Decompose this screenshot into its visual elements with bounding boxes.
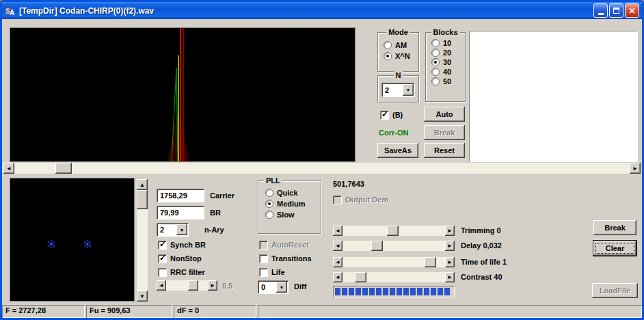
clear-button-label: Clear [606, 244, 625, 252]
radio-am-label: AM [395, 41, 407, 49]
slider-right-arrow[interactable]: ► [445, 241, 455, 251]
break-button[interactable]: Break [593, 220, 636, 235]
radio-pll-quick[interactable]: Quick [265, 189, 321, 197]
auto-button[interactable]: Auto [424, 107, 465, 122]
slider-thumb[interactable] [355, 272, 366, 282]
output-dem-label: Output Dem [345, 196, 388, 204]
radio-blocks-10[interactable]: 10 [431, 39, 465, 47]
output-dem-checkbox: Output Dem [333, 195, 388, 204]
slider-thumb[interactable] [425, 257, 436, 267]
radio-medium-circle [265, 200, 273, 208]
minimize-button[interactable] [593, 3, 608, 18]
close-icon: ✕ [628, 6, 635, 16]
radio-blocks-30[interactable]: 30 [431, 58, 465, 66]
nonstop-checkbox[interactable]: NonStop [158, 254, 202, 263]
radio-20-circle [431, 49, 440, 57]
br-input[interactable] [157, 206, 204, 219]
radio-am-circle [384, 41, 392, 49]
slider-left-arrow[interactable]: ◄ [157, 280, 166, 291]
rrc-rolloff-value: 0,5 [222, 282, 232, 290]
carrier-label: Carrier [210, 191, 234, 200]
radio-40-circle [431, 68, 440, 76]
slider-left-arrow[interactable]: ◄ [333, 226, 343, 236]
timeoflife-slider[interactable]: ◄ ► [333, 257, 455, 267]
pll-group-legend: PLL [264, 176, 282, 185]
reset-button-label: Reset [434, 146, 455, 155]
slider-thumb[interactable] [371, 241, 383, 251]
delay-label: Delay 0,032 [461, 241, 502, 250]
radio-medium-label: Medium [277, 200, 306, 208]
reset-button[interactable]: Reset [424, 143, 465, 158]
radio-10-label: 10 [443, 39, 451, 47]
nary-label: n-Ary [204, 226, 224, 234]
scroll-down-arrow[interactable]: ▼ [137, 291, 148, 302]
maximize-icon [613, 8, 619, 14]
dropdown-arrow-icon[interactable]: ▼ [403, 84, 414, 96]
radio-blocks-20[interactable]: 20 [431, 49, 465, 57]
synchbr-checkbox[interactable]: Synch BR [158, 240, 206, 250]
b-checkbox-box [380, 111, 389, 120]
status-bar: F = 2727,28 Fu = 909,63 dF = 0 [2, 305, 642, 318]
app-icon: S A [5, 5, 16, 16]
radio-20-label: 20 [443, 49, 451, 57]
scroll-left-arrow[interactable]: ◄ [3, 163, 14, 174]
radio-30-circle [431, 58, 440, 66]
svg-text:A: A [10, 9, 14, 16]
close-button[interactable]: ✕ [625, 3, 639, 18]
contrast-slider[interactable]: ◄ ► [333, 272, 455, 282]
radio-pll-slow[interactable]: Slow [265, 211, 321, 219]
slider-right-arrow[interactable]: ► [445, 257, 455, 267]
slider-thumb[interactable] [188, 280, 198, 291]
slider-left-arrow[interactable]: ◄ [333, 272, 343, 282]
rrc-filter-label: RRC filter [170, 268, 205, 276]
dropdown-arrow-icon[interactable]: ▼ [176, 224, 187, 235]
constellation-display [10, 178, 135, 302]
radio-xn-circle [384, 52, 392, 60]
clear-button[interactable]: Clear [593, 241, 636, 256]
blocks-group: Blocks 10 20 30 40 50 [425, 32, 466, 102]
delay-slider[interactable]: ◄ ► [333, 241, 455, 251]
nary-select[interactable]: 2 ▼ [157, 223, 189, 237]
scroll-thumb[interactable] [55, 163, 72, 174]
break-button-label: Break [604, 224, 626, 232]
scroll-up-arrow[interactable]: ▲ [137, 179, 148, 190]
synchbr-label: Synch BR [170, 241, 206, 249]
radio-slow-circle [265, 211, 273, 219]
slider-right-arrow[interactable]: ► [445, 272, 455, 282]
slider-right-arrow[interactable]: ► [208, 280, 217, 291]
scroll-thumb[interactable] [137, 190, 148, 209]
status-f: F = 2727,28 [2, 305, 85, 318]
carrier-input[interactable] [157, 189, 204, 202]
slider-left-arrow[interactable]: ◄ [333, 257, 343, 267]
title-bar: S A [TempDir] Codan-CHIRP(0)(f2).wav ✕ [2, 2, 642, 19]
synchbr-checkbox-box [158, 241, 167, 250]
radio-xn[interactable]: X^N [384, 52, 418, 60]
transitions-checkbox[interactable]: Transitions [259, 254, 312, 263]
rrc-filter-checkbox[interactable]: RRC filter [158, 267, 205, 277]
constellation-scrollbar[interactable]: ▲ ▼ [137, 179, 148, 302]
corr-status: Corr-ON [379, 129, 408, 137]
trimming-slider[interactable]: ◄ ► [333, 226, 455, 236]
right-display-panel [469, 31, 638, 162]
rrc-rolloff-slider[interactable]: ◄ ► [157, 280, 217, 291]
radio-10-circle [431, 39, 440, 47]
radio-blocks-40[interactable]: 40 [431, 68, 465, 76]
saveas-button[interactable]: SaveAs [377, 143, 418, 158]
spectrum-scrollbar[interactable]: ◄ ► [3, 163, 641, 174]
break-top-button: Break [424, 125, 465, 140]
n-select[interactable]: 2 ▼ [381, 83, 415, 97]
slider-left-arrow[interactable]: ◄ [333, 241, 343, 251]
scroll-right-arrow[interactable]: ► [630, 163, 641, 174]
radio-blocks-50[interactable]: 50 [431, 77, 465, 85]
slider-right-arrow[interactable]: ► [445, 226, 455, 236]
pll-group: PLL Quick Medium Slow [258, 181, 321, 234]
diff-select[interactable]: 0 ▼ [258, 280, 289, 294]
radio-pll-medium[interactable]: Medium [265, 200, 321, 208]
rrc-checkbox-box [158, 268, 167, 277]
radio-am[interactable]: AM [384, 41, 418, 49]
dropdown-arrow-icon[interactable]: ▼ [276, 282, 287, 293]
slider-thumb[interactable] [387, 226, 399, 236]
maximize-button[interactable] [609, 3, 623, 18]
b-checkbox[interactable]: (B) [380, 110, 403, 120]
life-checkbox[interactable]: Life [259, 267, 285, 277]
